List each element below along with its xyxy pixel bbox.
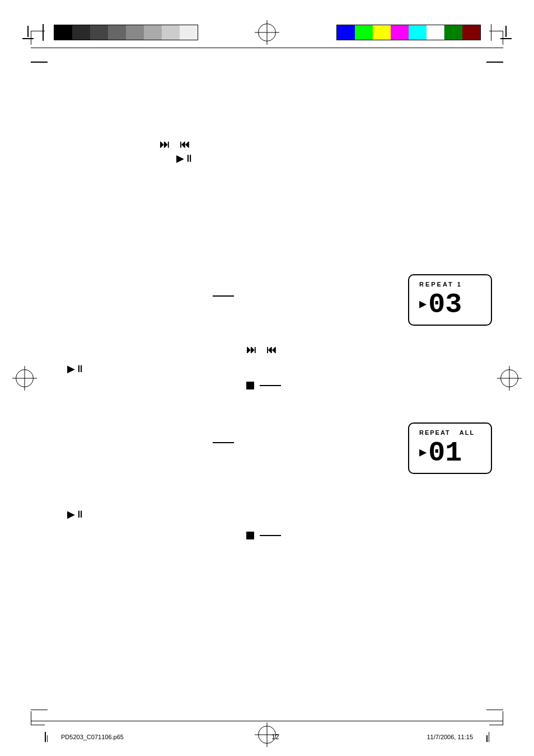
bar-white bbox=[180, 25, 198, 40]
bar-dark2 bbox=[90, 25, 108, 40]
center-crosshair-top bbox=[258, 24, 276, 41]
play-pause-icon-3: ▶⏸ bbox=[67, 508, 85, 520]
repeat-all-label-row: REPEAT ALL bbox=[419, 429, 481, 436]
stop-icon-area-2 bbox=[246, 532, 281, 539]
display-repeat1-box: REPEAT 1 ▶ 03 bbox=[408, 274, 492, 326]
footer-left-text: PD5203_C071106.p65 bbox=[61, 734, 124, 740]
top-bar-area bbox=[0, 16, 534, 49]
bottom-rule-line bbox=[31, 721, 503, 721]
dash-line-mid bbox=[213, 295, 234, 297]
skip-back-icon-2: ⏮ bbox=[266, 344, 277, 356]
bar-mid2 bbox=[126, 25, 144, 40]
repeat-all-digit-display: 01 bbox=[428, 439, 462, 467]
corner-mark-br bbox=[489, 711, 503, 725]
reg-line-bottom-right bbox=[486, 710, 503, 711]
bar-black bbox=[54, 25, 72, 40]
repeat-all-label-repeat: REPEAT bbox=[419, 429, 451, 436]
bar-yellow bbox=[373, 25, 391, 40]
reg-line-bottom-left bbox=[31, 710, 48, 711]
bar-white2 bbox=[427, 25, 444, 40]
dash-line-repeat-all bbox=[213, 442, 234, 443]
footer-right-text: 11/7/2006, 11:15 bbox=[427, 734, 473, 740]
repeat-all-label-all: ALL bbox=[460, 429, 475, 436]
bar-light1 bbox=[144, 25, 162, 40]
page-number: 12 bbox=[271, 733, 279, 741]
bar-dark1 bbox=[72, 25, 90, 40]
bar-cyan bbox=[409, 25, 427, 40]
repeat1-label: REPEAT 1 bbox=[419, 281, 481, 288]
bar-magenta bbox=[391, 25, 409, 40]
skip-back-icon-1: ⏮ bbox=[180, 139, 190, 151]
play-pause-icon-2: ▶⏸ bbox=[67, 363, 85, 375]
color-bars-left bbox=[54, 25, 198, 40]
repeat1-play-indicator: ▶ bbox=[419, 299, 427, 311]
stop-icon-area-1 bbox=[246, 382, 281, 389]
stop-icon-2 bbox=[246, 532, 254, 539]
repeat-all-play-indicator: ▶ bbox=[419, 447, 427, 459]
stop-icon-1 bbox=[246, 382, 254, 389]
reg-line-top-left bbox=[31, 62, 48, 63]
bar-dkgreen bbox=[444, 25, 462, 40]
reg-line-top-right bbox=[486, 62, 503, 63]
repeat1-digits: ▶ 03 bbox=[419, 291, 481, 319]
dash-line-stop2 bbox=[260, 535, 281, 536]
dash-line-stop1 bbox=[260, 385, 281, 386]
footer-bar: PD5203_C071106.p65 12 11/7/2006, 11:15 bbox=[45, 732, 489, 742]
side-crosshair-left bbox=[16, 369, 34, 387]
transport-icons-mid: ⏭ ⏮ bbox=[246, 344, 277, 356]
bar-mid1 bbox=[108, 25, 126, 40]
transport-icons-top: ⏭ ⏮ bbox=[160, 139, 190, 151]
repeat-all-digits: ▶ 01 bbox=[419, 439, 481, 467]
skip-forward-icon-1: ⏭ bbox=[160, 139, 170, 151]
top-rule-line bbox=[31, 48, 503, 48]
bar-green bbox=[355, 25, 373, 40]
play-pause-icon-1: ▶⏸ bbox=[176, 152, 194, 165]
skip-forward-icon-2: ⏭ bbox=[246, 344, 256, 356]
bar-blue bbox=[337, 25, 355, 40]
side-crosshair-right bbox=[500, 369, 518, 387]
display-repeat-all-box: REPEAT ALL ▶ 01 bbox=[408, 422, 492, 474]
bar-maroon bbox=[462, 25, 480, 40]
color-bars-right bbox=[336, 25, 481, 40]
bar-light2 bbox=[162, 25, 180, 40]
corner-mark-bl bbox=[31, 711, 45, 725]
repeat1-digit-display: 03 bbox=[428, 291, 462, 319]
